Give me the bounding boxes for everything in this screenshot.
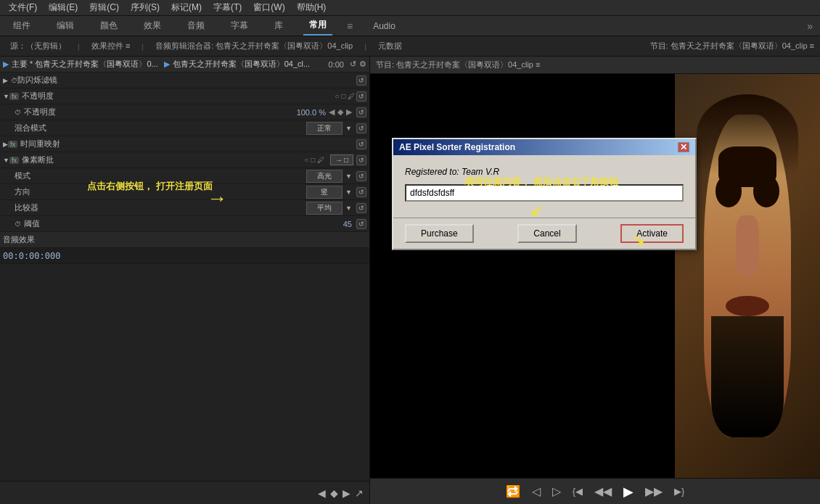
stopwatch-opacity[interactable]: ⏱ xyxy=(15,109,21,116)
reset-opacity-group[interactable]: ↺ xyxy=(356,91,366,102)
menu-file[interactable]: 文件(F) xyxy=(3,0,43,15)
effect-row-timeremap: ▶ fx 时间重映射 ↺ xyxy=(0,136,369,152)
track-time: 0:00 xyxy=(329,60,344,69)
tab-edit[interactable]: 编辑 xyxy=(51,17,80,35)
blend-arrow: ▼ xyxy=(345,125,352,132)
metadata-tab[interactable]: 元数据 xyxy=(374,39,406,53)
dialog-activate-btn[interactable]: Activate xyxy=(620,224,684,243)
left-panel-controls: ◀ ◆ ▶ ↗ xyxy=(0,481,369,504)
add-keyframe-icon[interactable]: ◆ xyxy=(330,487,338,499)
menu-window[interactable]: 窗口(W) xyxy=(247,0,290,15)
stopwatch-flicker[interactable]: ⏱ xyxy=(11,77,17,84)
expand-flicker[interactable]: ▶ xyxy=(3,77,8,84)
opacity-value-display: 100.0 % ◀ ◆ ▶ xyxy=(297,107,355,117)
reset-direction[interactable]: ↺ xyxy=(356,187,366,197)
source-bar: 源：（无剪辑） | 效果控件 ≡ | 音频剪辑混合器: 包青天之开封奇案〈国粤双… xyxy=(0,36,820,57)
opacity-group-label: 不透明度 xyxy=(22,91,335,102)
pixelsort-label: 像素断批 xyxy=(22,154,304,165)
ff-btn[interactable]: ▶▶ xyxy=(642,483,665,500)
dialog-close-btn[interactable]: ✕ xyxy=(678,142,689,152)
opacity-keyframe-right[interactable]: ▶ xyxy=(346,107,352,117)
timeremap-label: 时间重映射 xyxy=(20,139,355,149)
right-panel: 节目: 包青天之开封奇案〈国粤双语〉04_clip ≡ xyxy=(370,57,820,504)
effect-row-pixelsort: ▼ fx 像素断批 ○ □ 🖊 → □ ↺ xyxy=(0,152,369,168)
dialog-title-text: AE Pixel Sorter Registration xyxy=(399,142,515,152)
prev-keyframe-icon[interactable]: ◀ xyxy=(318,487,326,499)
dialog-purchase-btn[interactable]: Purchase xyxy=(405,224,474,243)
direction-label: 方向 xyxy=(15,186,306,197)
play-btn[interactable]: ▶ xyxy=(620,482,636,501)
menu-bar: 文件(F) 编辑(E) 剪辑(C) 序列(S) 标记(M) 字幕(T) 窗口(W… xyxy=(0,0,820,16)
direction-dropdown[interactable]: 竖 xyxy=(306,186,343,199)
mark-in-btn[interactable]: ◁ xyxy=(529,483,544,500)
tab-effects[interactable]: 效果 xyxy=(138,17,167,35)
tab-component[interactable]: 组件 xyxy=(7,17,36,35)
effect-controls-tab[interactable]: 效果控件 ≡ xyxy=(87,39,134,53)
beard xyxy=(711,316,784,437)
opacity-keyframe-left[interactable]: ◀ xyxy=(329,107,335,117)
dialog-body: Registered to: Team V.R xyxy=(393,155,695,218)
mouth xyxy=(726,296,769,316)
timecode-display: 00:0:00:000 xyxy=(3,251,60,261)
menu-help[interactable]: 帮助(H) xyxy=(291,0,332,15)
register-button[interactable]: → □ xyxy=(330,154,353,165)
menu-clip[interactable]: 剪辑(C) xyxy=(83,0,125,15)
menu-marker[interactable]: 标记(M) xyxy=(165,0,208,15)
reset-opacity-val[interactable]: ↺ xyxy=(356,107,366,117)
export-icon[interactable]: ↗ xyxy=(355,487,364,499)
tab-common[interactable]: 常用 xyxy=(303,16,332,36)
fx-badge-opacity: fx xyxy=(9,93,19,100)
reset-timeremap[interactable]: ↺ xyxy=(356,139,366,149)
expand-pixelsort[interactable]: ▼ xyxy=(3,157,9,164)
register-box-icon: □ xyxy=(344,156,348,164)
pixelsort-icons: ○ □ 🖊 xyxy=(304,156,324,164)
expand-opacity[interactable]: ▼ xyxy=(3,93,9,100)
tab-audio2[interactable]: Audio xyxy=(367,18,401,34)
expand-timeremap[interactable]: ▶ xyxy=(3,141,8,148)
track-sequence-label: ▶ xyxy=(3,59,9,69)
dialog-cancel-btn[interactable]: Cancel xyxy=(517,224,576,243)
opacity-value[interactable]: 100.0 % xyxy=(297,108,326,117)
reset-threshold[interactable]: ↺ xyxy=(356,219,366,229)
mode-label: 模式 xyxy=(15,170,306,181)
reset-blend[interactable]: ↺ xyxy=(356,123,366,133)
tab-captions[interactable]: 字幕 xyxy=(225,17,254,35)
track-seq2-name: 包青天之开封奇案〈国粤双语〉04_cl... xyxy=(173,59,310,70)
dialog-registration-input[interactable] xyxy=(405,184,684,202)
effect-row-mode: 模式 高光 ▼ ↺ xyxy=(0,168,369,184)
menu-edit[interactable]: 编辑(E) xyxy=(43,0,83,15)
audio-mixer-tab[interactable]: 音频剪辑混合器: 包青天之开封奇案〈国粤双语〉04_clip xyxy=(151,39,357,53)
comparator-dropdown[interactable]: 平均 xyxy=(306,202,343,215)
step-back-btn[interactable]: {◀ xyxy=(570,484,586,498)
tab-color[interactable]: 颜色 xyxy=(94,17,123,35)
dialog-registered-label: Registered to: Team V.R xyxy=(405,167,499,177)
fx-badge-time: fx xyxy=(8,141,17,148)
loop-btn[interactable]: 🔁 xyxy=(503,483,523,500)
step-fwd-btn[interactable]: ▶} xyxy=(671,484,687,498)
reset-comparator[interactable]: ↺ xyxy=(356,203,366,213)
tab-more[interactable]: » xyxy=(807,20,813,32)
blend-dropdown[interactable]: 正常 xyxy=(306,122,343,135)
threshold-value: 45 xyxy=(343,220,355,228)
track-header: ▶ 主要 * 包青天之开封奇案〈国粤双语〉0... ▶ 包青天之开封奇案〈国粤双… xyxy=(0,57,369,73)
opacity-keyframe-add[interactable]: ◆ xyxy=(337,107,343,117)
dialog-registered-row: Registered to: Team V.R xyxy=(405,167,684,177)
reset-flicker[interactable]: ↺ xyxy=(356,75,366,86)
tab-audio[interactable]: 音频 xyxy=(181,17,210,35)
tab-library[interactable]: 库 xyxy=(268,17,289,35)
menu-caption[interactable]: 字幕(T) xyxy=(208,0,247,15)
settings-icon[interactable]: ⚙ xyxy=(359,59,366,69)
menu-sequence[interactable]: 序列(S) xyxy=(125,0,165,15)
rewind-btn[interactable]: ◀◀ xyxy=(591,483,615,500)
reset-pixelsort[interactable]: ↺ xyxy=(356,155,366,165)
reset-mode[interactable]: ↺ xyxy=(356,171,366,181)
video-preview xyxy=(370,74,820,478)
video-thumb-area xyxy=(675,74,820,478)
source-no-clip[interactable]: 源：（无剪辑） xyxy=(6,39,70,53)
stopwatch-threshold[interactable]: ⏱ xyxy=(15,220,21,228)
reset-icon[interactable]: ↺ xyxy=(350,59,356,69)
threshold-val[interactable]: 45 xyxy=(343,220,352,228)
mark-out-btn[interactable]: ▷ xyxy=(549,483,564,500)
mode-dropdown[interactable]: 高光 xyxy=(306,170,343,183)
next-keyframe-icon[interactable]: ▶ xyxy=(343,487,350,499)
